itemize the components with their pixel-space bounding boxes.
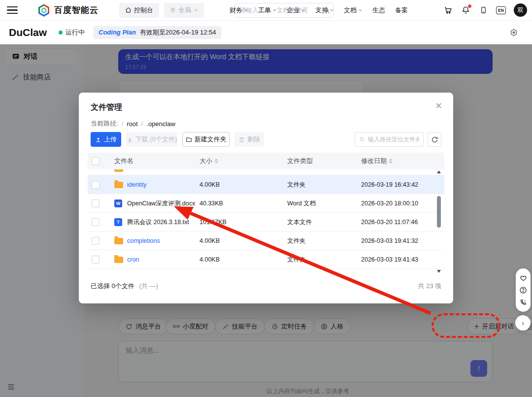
upload-icon [95, 136, 101, 143]
file-type: 文本文件 [287, 213, 312, 232]
file-name[interactable]: completions [127, 232, 160, 250]
notification-dot [468, 4, 471, 8]
file-type-icon [114, 257, 123, 263]
file-type-icon: W [114, 199, 122, 207]
expand-chevron-button[interactable]: › [515, 315, 531, 331]
cart-icon[interactable] [443, 5, 453, 15]
scrollbar-thumb[interactable] [437, 196, 441, 228]
row-checkbox[interactable] [92, 181, 100, 189]
table-row[interactable]: identity 4.00KB 文件夹 2026-03-19 16:43:42 [88, 175, 444, 194]
brand-logo[interactable]: 百度智能云 [37, 4, 99, 17]
file-name[interactable]: 腾讯会议 2026.3.18.txt [127, 213, 189, 232]
table-row[interactable]: cron 4.00KB 文件夹 2026-03-03 19:41:43 [88, 250, 444, 269]
favorite-heart-icon[interactable] [520, 274, 527, 282]
path-segment-openclaw[interactable]: .openclaw [146, 120, 175, 128]
row-checkbox[interactable] [92, 237, 100, 245]
file-table-header: 文件名 大小 文件类型 修改日期 [88, 153, 444, 169]
file-name[interactable]: cron [127, 250, 139, 269]
column-header-filetype[interactable]: 文件类型 [287, 153, 313, 169]
row-checkbox[interactable] [92, 218, 100, 226]
mobile-app-icon[interactable] [478, 5, 488, 15]
modal-title: 文件管理 [91, 102, 122, 113]
top-navbar: 百度智能云 控制台 全局 财务 工单 企业 支持 文档 [0, 0, 532, 21]
menu-workorder[interactable]: 工单 [258, 6, 277, 15]
total-items: 共 23 项 [418, 282, 441, 291]
settings-gear-icon[interactable] [509, 28, 518, 37]
menu-enterprise[interactable]: 企业 [287, 6, 305, 15]
close-icon[interactable]: ✕ [435, 100, 442, 111]
file-type: 文件夹 [287, 250, 306, 269]
file-modified: 2026-03-03 19:41:43 [361, 250, 418, 269]
file-manager-modal: 文件管理 ✕ 当前路径: / root / .openclaw 上传 下载 (0… [79, 93, 453, 303]
plan-badge: Coding Plan 有效期至2026-04-19 12:54 [94, 26, 221, 39]
file-size: 40.33KB [200, 194, 223, 213]
select-all-checkbox[interactable] [92, 157, 100, 165]
path-separator: / [141, 120, 143, 128]
file-name[interactable]: identity [127, 175, 147, 194]
menu-docs[interactable]: 文档 [344, 6, 363, 15]
upload-button[interactable]: 上传 [91, 132, 121, 147]
trash-icon [238, 136, 245, 143]
file-size: 101.67KB [200, 213, 227, 232]
table-row[interactable]: completions 4.00KB 文件夹 2026-03-03 19:41:… [88, 232, 444, 250]
menu-support[interactable]: 支持 [315, 6, 334, 15]
table-row[interactable]: W OpenClaw深度评测.docx 40.33KB Word 文档 2026… [88, 194, 444, 213]
file-size: 4.00KB [200, 232, 220, 250]
brand-name: 百度智能云 [54, 4, 99, 16]
column-header-size[interactable]: 大小 [200, 153, 218, 169]
chevron-down-icon [301, 8, 305, 12]
region-selector[interactable]: 全局 [164, 3, 204, 18]
page: 百度智能云 控制台 全局 财务 工单 企业 支持 文档 [0, 0, 532, 397]
current-path: 当前路径: / root / .openclaw [91, 119, 175, 128]
top-icon-group: EN 双 [443, 3, 527, 17]
delete-button[interactable]: 删除 [234, 132, 264, 147]
hamburger-menu-icon[interactable] [7, 5, 18, 16]
file-modified: 2026-03-20 18:00:10 [361, 194, 418, 213]
download-button[interactable]: 下载 (0个文件) [126, 132, 177, 147]
chevron-down-icon [330, 8, 334, 12]
contact-phone-icon[interactable] [520, 298, 527, 306]
scroll-down-arrow[interactable] [437, 270, 441, 273]
file-type: 文件夹 [287, 175, 306, 194]
floating-helper-pill [516, 268, 531, 312]
language-toggle[interactable]: EN [496, 6, 506, 14]
path-search-input[interactable] [368, 136, 419, 143]
user-avatar[interactable]: 双 [514, 3, 527, 17]
chevron-down-icon [244, 8, 248, 12]
chevron-down-icon [194, 8, 198, 12]
file-size: 4.00KB [200, 175, 220, 194]
column-header-modified[interactable]: 修改日期 [361, 153, 393, 169]
path-separator: / [122, 120, 124, 128]
sort-icon[interactable] [389, 159, 393, 164]
app-title: DuClaw [9, 27, 47, 38]
plan-validity: 有效期至2026-04-19 12:54 [140, 28, 216, 37]
region-label: 全局 [178, 6, 191, 15]
help-question-icon[interactable] [519, 286, 527, 294]
table-row[interactable]: T 腾讯会议 2026.3.18.txt 101.67KB 文本文件 2026-… [88, 213, 444, 232]
sort-icon[interactable] [214, 159, 218, 164]
row-checkbox[interactable] [92, 256, 100, 264]
running-status: 运行中 [59, 28, 85, 37]
file-type-icon [114, 238, 123, 244]
baidu-cloud-logo-icon [37, 4, 50, 17]
selection-note: (共 —) [139, 282, 158, 290]
notification-bell-icon[interactable] [461, 5, 470, 15]
menu-ecosystem[interactable]: 生态 [372, 6, 385, 15]
top-menu-group: 财务 工单 企业 支持 文档 生态 备案 [230, 6, 408, 15]
file-size: 4.00KB [200, 250, 220, 269]
refresh-button[interactable] [428, 132, 441, 147]
menu-registration[interactable]: 备案 [395, 6, 408, 15]
new-folder-button[interactable]: 新建文件夹 [182, 132, 230, 147]
path-segment-root[interactable]: root [127, 120, 137, 128]
menu-finance[interactable]: 财务 [230, 6, 248, 15]
scroll-up-arrow[interactable] [437, 170, 441, 173]
console-button[interactable]: 控制台 [119, 3, 159, 18]
row-checkbox[interactable] [92, 199, 100, 207]
download-icon [127, 136, 133, 143]
selection-count: 已选择 0个文件 [91, 282, 134, 290]
column-header-filename[interactable]: 文件名 [114, 153, 133, 169]
table-scrollbar [436, 170, 441, 273]
file-type-icon: T [114, 218, 122, 226]
file-table-body: identity 4.00KB 文件夹 2026-03-19 16:43:42 … [88, 169, 444, 274]
file-name[interactable]: OpenClaw深度评测.docx [127, 194, 195, 213]
